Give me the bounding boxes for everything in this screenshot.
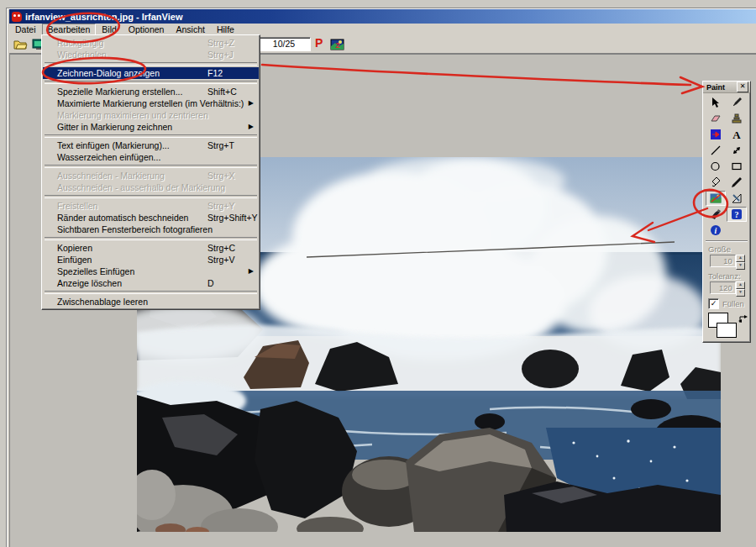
- window-title: irfanview_ausrichten.jpg - IrfanView: [25, 12, 182, 22]
- arrow-tool[interactable]: [727, 143, 747, 158]
- edit-menu-item[interactable]: Zeichnen-Dialog anzeigenF12: [43, 67, 259, 79]
- irfanview-logo-icon: [12, 12, 23, 22]
- eraser-tool[interactable]: [706, 111, 726, 126]
- paint-panel-title: Paint: [706, 83, 737, 92]
- menu-separator: [45, 165, 257, 168]
- p-indicator: P: [315, 36, 323, 50]
- edit-menu-item[interactable]: Ausschneiden - MarkierungStrg+X: [43, 170, 259, 181]
- thumbnail-image-icon[interactable]: 2: [329, 37, 346, 51]
- submenu-arrow-icon: ▶: [249, 97, 254, 109]
- checkbox-check-icon: ✓: [708, 298, 719, 309]
- size-up-icon[interactable]: ▲: [736, 255, 745, 262]
- edit-menu-item[interactable]: RückgängigStrg+Z: [43, 37, 259, 49]
- straighten-tool[interactable]: [706, 191, 726, 206]
- line-tool[interactable]: [706, 143, 726, 158]
- pen-tool[interactable]: [727, 95, 747, 110]
- window-titlebar[interactable]: irfanview_ausrichten.jpg - IrfanView: [9, 9, 756, 24]
- page-counter-field[interactable]: 10/25: [257, 37, 311, 51]
- svg-text:i: i: [715, 226, 717, 235]
- menu-optionen[interactable]: Optionen: [123, 24, 171, 35]
- edit-menu-item[interactable]: Maximierte Markierung erstellen (im Verh…: [43, 97, 259, 109]
- help-tool[interactable]: ?: [727, 207, 747, 222]
- close-icon[interactable]: ✕: [737, 82, 748, 92]
- edit-menu-item[interactable]: Markierung maximieren und zentrieren: [43, 109, 259, 121]
- edit-menu-item[interactable]: Sichtbaren Fensterbereich fotografieren: [43, 224, 259, 235]
- measure-tool[interactable]: [727, 191, 747, 206]
- size-stepper[interactable]: 10 ▲▼: [710, 255, 745, 270]
- edit-menu-item[interactable]: WiederholenStrg+J: [43, 49, 259, 60]
- edit-menu-item[interactable]: Ausschneiden - ausserhalb der Markierung: [43, 181, 259, 193]
- text-tool[interactable]: A: [727, 127, 747, 142]
- info-button[interactable]: i: [706, 223, 726, 238]
- open-folder-icon[interactable]: [12, 37, 29, 51]
- tolerance-value: 120: [710, 281, 736, 294]
- color-swatches: [708, 313, 747, 346]
- edit-menu-item[interactable]: Spezielle Markierung erstellen...Shift+C: [43, 86, 259, 97]
- svg-text:?: ?: [735, 210, 739, 219]
- menu-separator: [45, 291, 257, 294]
- edit-menu-item[interactable]: Gitter in Markierung zeichnen▶: [43, 121, 259, 133]
- svg-text:A: A: [732, 129, 741, 140]
- paint-panel: Paint ✕ A?i Größe 10 ▲▼ Toleranz: 120 ▲▼…: [702, 81, 751, 343]
- tolerance-down-icon[interactable]: ▼: [736, 289, 745, 297]
- edit-menu-item[interactable]: FreistellenStrg+Y: [43, 200, 259, 212]
- edit-menu-item[interactable]: EinfügenStrg+V: [43, 254, 259, 266]
- edit-menu-item[interactable]: Anzeige löschenD: [43, 277, 259, 289]
- panel-divider: [706, 240, 748, 242]
- menu-separator: [45, 62, 257, 66]
- submenu-arrow-icon: ▶: [249, 121, 254, 133]
- rectangle-tool[interactable]: [727, 159, 747, 174]
- edit-menu-item[interactable]: Text einfügen (Markierung)...Strg+T: [43, 139, 259, 151]
- edit-menu-item[interactable]: Zwischenablage leeren: [43, 296, 259, 308]
- edit-menu-dropdown: RückgängigStrg+ZWiederholenStrg+JZeichne…: [41, 34, 260, 310]
- tolerance-label: Toleranz:: [703, 271, 750, 281]
- svg-text:2: 2: [335, 41, 339, 50]
- size-down-icon[interactable]: ▼: [736, 262, 745, 270]
- smudge-tool[interactable]: [706, 207, 726, 222]
- swap-colors-icon[interactable]: [738, 313, 748, 328]
- paint-bucket-tool[interactable]: [706, 175, 726, 190]
- edit-menu-item[interactable]: Wasserzeichen einfügen...: [43, 151, 259, 163]
- submenu-arrow-icon: ▶: [249, 266, 254, 277]
- menu-ansicht[interactable]: Ansicht: [170, 24, 210, 35]
- menu-bar: Datei Bearbeiten Bild Optionen Ansicht H…: [9, 24, 756, 35]
- pointer-tool[interactable]: [706, 95, 726, 110]
- edit-menu-item[interactable]: Spezielles Einfügen▶: [43, 266, 259, 277]
- paint-tool-grid: A?i: [703, 93, 750, 238]
- clone-stamp-tool[interactable]: [727, 111, 747, 126]
- fill-label: Füllen: [722, 299, 744, 308]
- menu-bild[interactable]: Bild: [96, 24, 123, 35]
- menu-hilfe[interactable]: Hilfe: [211, 24, 240, 35]
- fill-tool[interactable]: [706, 127, 726, 142]
- menu-separator: [45, 81, 257, 84]
- screen: irfanview_ausrichten.jpg - IrfanView Dat…: [0, 0, 756, 547]
- menu-datei[interactable]: Datei: [9, 24, 42, 35]
- menu-separator: [45, 195, 257, 198]
- tolerance-stepper[interactable]: 120 ▲▼: [710, 281, 745, 297]
- eyedropper-tool[interactable]: [727, 175, 747, 190]
- size-value: 10: [710, 255, 736, 267]
- fill-checkbox[interactable]: ✓ Füllen: [708, 298, 750, 309]
- edit-menu-item[interactable]: Ränder automatisch beschneidenStrg+Shift…: [43, 212, 259, 224]
- ellipse-tool[interactable]: [706, 159, 726, 174]
- menu-separator: [45, 134, 257, 138]
- edit-menu-item[interactable]: KopierenStrg+C: [43, 242, 259, 254]
- menu-separator: [45, 237, 257, 240]
- tolerance-up-icon[interactable]: ▲: [736, 281, 745, 289]
- menu-bearbeiten[interactable]: Bearbeiten: [42, 24, 97, 35]
- background-color-swatch[interactable]: [717, 323, 737, 338]
- size-label: Größe: [703, 245, 750, 254]
- paint-panel-titlebar[interactable]: Paint ✕: [703, 82, 750, 93]
